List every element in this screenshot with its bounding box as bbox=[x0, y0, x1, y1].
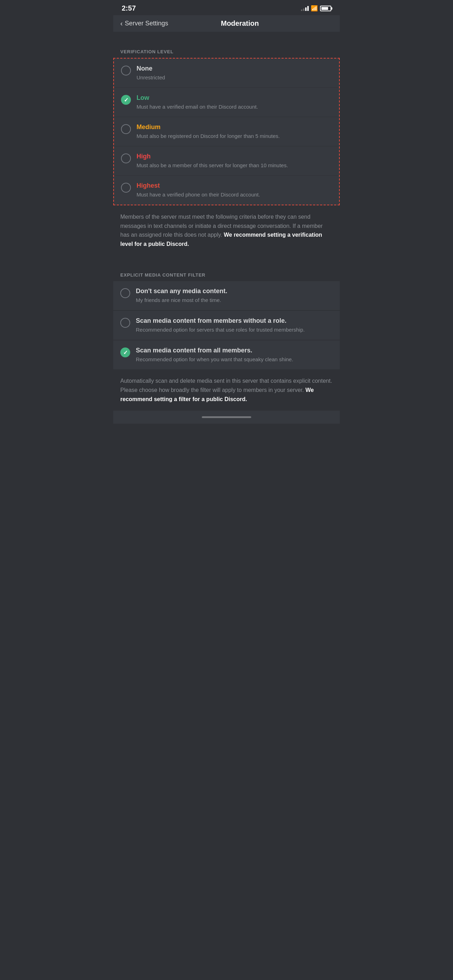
verification-option-low[interactable]: ✓ Low Must have a verified email on thei… bbox=[114, 88, 339, 117]
radio-low: ✓ bbox=[121, 95, 131, 105]
option-title-low: Low bbox=[137, 94, 332, 102]
media-option-scan-all[interactable]: ✓ Scan media content from all members. R… bbox=[113, 340, 340, 369]
radio-scan-without-role bbox=[120, 318, 130, 328]
media-desc-text: Automatically scan and delete media sent… bbox=[120, 378, 332, 393]
option-content-medium: Medium Must also be registered on Discor… bbox=[137, 124, 332, 140]
option-desc-dont-scan: My friends are nice most of the time. bbox=[136, 296, 333, 304]
radio-scan-all: ✓ bbox=[120, 347, 130, 357]
option-content-high: High Must also be a member of this serve… bbox=[137, 153, 332, 169]
option-content-dont-scan: Don't scan any media content. My friends… bbox=[136, 288, 333, 304]
spacer-middle bbox=[113, 255, 340, 264]
checkmark-low: ✓ bbox=[124, 97, 129, 103]
radio-medium bbox=[121, 124, 131, 134]
bottom-bar bbox=[113, 410, 340, 424]
verification-option-medium[interactable]: Medium Must also be registered on Discor… bbox=[114, 117, 339, 146]
back-label: Server Settings bbox=[125, 20, 168, 27]
home-indicator bbox=[202, 416, 251, 418]
option-desc-scan-all: Recommended option for when you want tha… bbox=[136, 356, 333, 363]
option-content-low: Low Must have a verified email on their … bbox=[137, 94, 332, 110]
option-content-highest: Highest Must have a verified phone on th… bbox=[137, 182, 332, 198]
verification-option-high[interactable]: High Must also be a member of this serve… bbox=[114, 146, 339, 176]
verification-section-header: VERIFICATION LEVEL bbox=[113, 41, 340, 58]
option-title-dont-scan: Don't scan any media content. bbox=[136, 288, 333, 295]
option-title-none: None bbox=[137, 65, 332, 72]
back-chevron-icon: ‹ bbox=[120, 19, 123, 27]
option-desc-scan-without-role: Recommended option for servers that use … bbox=[136, 326, 333, 333]
verification-option-highest[interactable]: Highest Must have a verified phone on th… bbox=[114, 176, 339, 205]
battery-icon bbox=[320, 6, 331, 11]
signal-icon bbox=[301, 6, 309, 11]
verification-description: Members of the server must meet the foll… bbox=[113, 205, 340, 255]
radio-high bbox=[121, 153, 131, 163]
option-title-high: High bbox=[137, 153, 332, 160]
option-desc-medium: Must also be registered on Discord for l… bbox=[137, 132, 332, 140]
option-desc-low: Must have a verified email on their Disc… bbox=[137, 103, 332, 110]
option-title-highest: Highest bbox=[137, 182, 332, 189]
back-button[interactable]: ‹ Server Settings bbox=[120, 19, 168, 27]
media-option-scan-without-role[interactable]: Scan media content from members without … bbox=[113, 311, 340, 340]
status-time: 2:57 bbox=[122, 4, 136, 12]
option-title-medium: Medium bbox=[137, 124, 332, 131]
checkmark-scan-all: ✓ bbox=[123, 349, 128, 356]
media-option-dont-scan[interactable]: Don't scan any media content. My friends… bbox=[113, 281, 340, 310]
option-desc-none: Unrestricted bbox=[137, 74, 332, 81]
nav-header: ‹ Server Settings Moderation bbox=[113, 15, 340, 32]
wifi-icon: 📶 bbox=[311, 5, 318, 12]
spacer-top bbox=[113, 32, 340, 41]
option-content-scan-without-role: Scan media content from members without … bbox=[136, 317, 333, 333]
option-desc-high: Must also be a member of this server for… bbox=[137, 162, 332, 169]
status-icons: 📶 bbox=[301, 5, 331, 12]
option-content-scan-all: Scan media content from all members. Rec… bbox=[136, 347, 333, 363]
media-filter-section: EXPLICIT MEDIA CONTENT FILTER Don't scan… bbox=[113, 264, 340, 410]
radio-dont-scan bbox=[120, 288, 130, 298]
option-content-none: None Unrestricted bbox=[137, 65, 332, 81]
radio-highest bbox=[121, 183, 131, 192]
option-title-scan-without-role: Scan media content from members without … bbox=[136, 317, 333, 325]
verification-section: VERIFICATION LEVEL None Unrestricted ✓ L… bbox=[113, 41, 340, 255]
page-title: Moderation bbox=[168, 19, 333, 27]
verification-option-none[interactable]: None Unrestricted bbox=[114, 59, 339, 88]
media-filter-description: Automatically scan and delete media sent… bbox=[113, 369, 340, 410]
verification-options-box: None Unrestricted ✓ Low Must have a veri… bbox=[113, 58, 340, 205]
option-title-scan-all: Scan media content from all members. bbox=[136, 347, 333, 354]
radio-none bbox=[121, 65, 131, 75]
media-filter-section-header: EXPLICIT MEDIA CONTENT FILTER bbox=[113, 264, 340, 281]
status-bar: 2:57 📶 bbox=[113, 0, 340, 15]
option-desc-highest: Must have a verified phone on their Disc… bbox=[137, 191, 332, 198]
media-filter-options: Don't scan any media content. My friends… bbox=[113, 281, 340, 369]
